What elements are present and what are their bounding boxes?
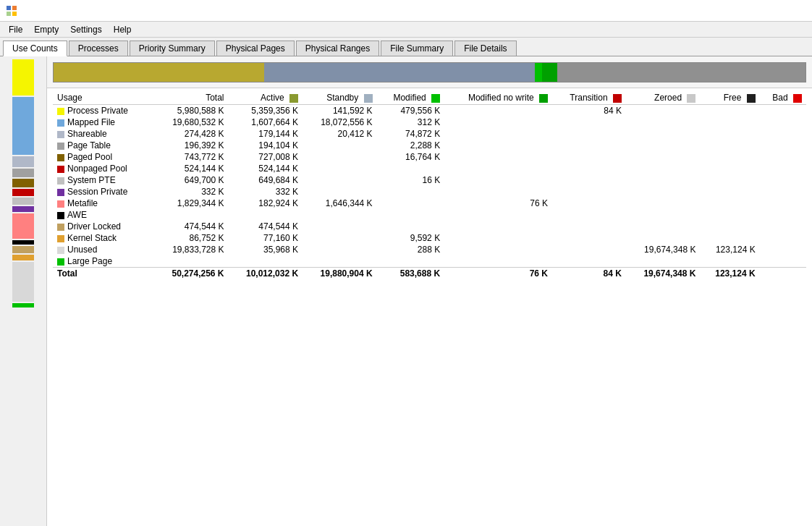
cell-zeroed: 19,674,348 K [626,268,701,280]
cell-active [229,255,303,268]
cell-usage: Unused [53,244,154,255]
cell-standby [303,232,377,244]
memory-bar-container [47,56,812,88]
tab-priority-summary[interactable]: Priority Summary [130,41,215,56]
cell-active: 194,104 K [229,140,303,151]
cell-bad [760,140,806,151]
tab-use-counts[interactable]: Use Counts [3,41,67,56]
title-bar [0,0,812,22]
cell-active: 5,359,356 K [229,105,303,117]
cell-usage: Session Private [53,186,154,198]
row-color-indicator [57,108,64,115]
svg-rect-1 [12,6,17,10]
cell-zeroed [626,198,701,209]
cell-bad [760,198,806,209]
table-row: Kernel Stack86,752 K77,160 K9,592 K [53,232,806,244]
cell-modified: 288 K [377,244,445,255]
cell-zeroed: 19,674,348 K [626,244,701,255]
cell-transition [552,209,626,221]
row-color-indicator [57,166,64,173]
cell-standby [303,140,377,151]
cell-mod-no-write [444,128,552,140]
cell-active: 35,968 K [229,244,303,255]
cell-transition [552,163,626,174]
tab-file-summary[interactable]: File Summary [381,41,453,56]
row-name: Paged Pool [67,152,112,162]
table-row: System PTE649,700 K649,684 K16 K [53,174,806,186]
cell-total [154,255,229,268]
row-name: Metafile [67,198,98,208]
maximize-button[interactable] [740,0,773,22]
cell-zeroed [626,163,701,174]
legend-large-page [12,303,34,307]
svg-rect-2 [7,12,11,16]
menu-empty[interactable]: Empty [28,23,64,36]
cell-mod-no-write [444,116,552,128]
cell-free: 123,124 K [700,268,759,280]
menu-help[interactable]: Help [108,23,138,36]
cell-standby [303,244,377,255]
cell-transition [552,244,626,255]
legend-nonpaged-pool [12,189,34,196]
cell-mod-no-write: 76 K [444,198,552,209]
cell-bad [760,163,806,174]
row-color-indicator [57,177,64,184]
table-row: Metafile1,829,344 K182,924 K1,646,344 K7… [53,198,806,209]
cell-transition [552,255,626,268]
cell-total: 19,680,532 K [154,116,229,128]
menu-settings[interactable]: Settings [64,23,107,36]
cell-modified: 583,688 K [377,268,445,280]
cell-modified: 2,288 K [377,140,445,151]
bar-mod-no-write [542,63,557,82]
legend-mapped-file [12,97,34,155]
cell-mod-no-write [444,186,552,198]
cell-active: 10,012,032 K [229,268,303,280]
cell-transition [552,128,626,140]
cell-mod-no-write [444,255,552,268]
cell-zeroed [626,232,701,244]
cell-free [700,140,759,151]
cell-total: 19,833,728 K [154,244,229,255]
cell-transition [552,151,626,163]
cell-standby [303,174,377,186]
cell-bad [760,105,806,117]
row-color-indicator [57,154,64,161]
cell-usage: System PTE [53,174,154,186]
cell-usage: Nonpaged Pool [53,163,154,174]
close-button[interactable] [773,0,806,22]
data-table: Usage Total Active Standby Modified Modi… [53,91,806,279]
tab-physical-ranges[interactable]: Physical Ranges [296,41,379,56]
minimize-button[interactable] [706,0,740,22]
memory-bar [53,62,806,82]
cell-usage: Total [53,268,154,280]
cell-zeroed [626,128,701,140]
cell-active: 524,144 K [229,163,303,174]
cell-bad [760,151,806,163]
cell-modified [377,163,445,174]
bar-modified [535,63,542,82]
col-total: Total [154,91,229,105]
cell-active: 332 K [229,186,303,198]
cell-transition: 84 K [552,268,626,280]
menu-file[interactable]: File [3,23,28,36]
cell-bad [760,255,806,268]
cell-bad [760,209,806,221]
cell-mod-no-write: 76 K [444,268,552,280]
tab-processes[interactable]: Processes [69,41,128,56]
table-row: Mapped File19,680,532 K1,607,664 K18,072… [53,116,806,128]
cell-total: 1,829,344 K [154,198,229,209]
tab-physical-pages[interactable]: Physical Pages [216,41,295,56]
legend-process-private [12,59,34,96]
cell-mod-no-write [444,232,552,244]
cell-free [700,128,759,140]
tab-file-details[interactable]: File Details [454,41,516,56]
cell-total: 5,980,588 K [154,105,229,117]
cell-standby: 20,412 K [303,128,377,140]
cell-modified: 16,764 K [377,151,445,163]
row-color-indicator [57,131,64,138]
row-color-indicator [57,212,64,219]
row-color-indicator [57,247,64,254]
cell-modified: 479,556 K [377,105,445,117]
cell-free [700,255,759,268]
cell-standby [303,209,377,221]
